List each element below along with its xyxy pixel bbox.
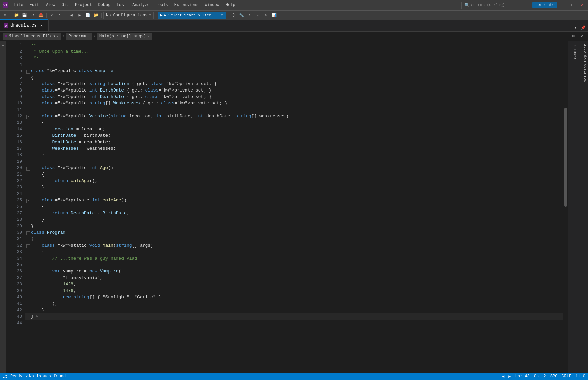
toolbar-step-over[interactable]: ↷ [246,12,254,19]
menu-help[interactable]: Help [223,1,238,9]
collapse-btn-20[interactable]: - [26,167,30,171]
toolbar-save-all[interactable]: 🗂 [29,12,36,19]
tab-dracula-cs[interactable]: C# dracula.cs ✕ [0,19,49,31]
collapse-btn-32[interactable]: - [26,244,30,248]
code-line-42: } [25,307,564,313]
nav-context2[interactable]: Program ▾ [66,33,92,40]
code-line-39: 1476, [25,287,564,294]
toolbar-perf[interactable]: 📊 [271,12,278,19]
code-editor[interactable]: 1234567891011121314151617181920212223242… [6,41,568,373]
collapse-btn-5[interactable]: - [26,70,30,74]
line-num-39: 39 [9,287,22,294]
menu-analyze[interactable]: Analyze [130,1,152,9]
toolbar-new-project[interactable]: ⊕ [1,12,9,19]
status-col[interactable]: Ch: 2 [534,374,546,379]
status-nav-left[interactable]: ◀ [502,374,504,379]
toolbar-open[interactable]: 📁 [13,12,20,19]
context1-label: Miscellaneous Files [9,34,55,39]
toolbar-debug-icons[interactable]: 🔧 [238,12,245,19]
code-line-6: { [25,74,564,81]
menu-view[interactable]: View [43,1,58,9]
toolbar-save[interactable]: 💾 [21,12,28,19]
menu-tools[interactable]: Tools [153,1,171,9]
code-line-2: * Once upon a time... [25,48,564,55]
minimize-btn[interactable]: ─ [560,1,568,9]
nav-close-btn[interactable]: ✕ [578,33,585,40]
toolbar-nav-folder[interactable]: 📂 [92,12,100,19]
status-ready[interactable]: Ready [10,374,22,379]
status-spaces[interactable]: SPC [550,374,558,379]
tab-bar: C# dracula.cs ✕ ▾ 📌 [0,20,588,32]
toolbar-publish[interactable]: 📤 [37,12,45,19]
tab-label-dracula: dracula.cs [10,23,37,28]
collapse-btn-25[interactable]: - [26,199,30,203]
svg-text:C#: C# [5,24,7,27]
collapse-btn-30[interactable]: - [26,231,30,235]
nav-context3[interactable]: Main(string[] args) ▾ [97,33,152,40]
code-line-12: - class="kw">public Vampire(string locat… [25,113,564,119]
scrollbar-thumb[interactable] [564,108,567,207]
line-num-12: 12 [9,113,22,119]
toolbar-sep-5 [156,13,156,18]
code-line-9: class="kw">public int DeathDate { get; c… [25,94,564,100]
code-line-29: } [25,223,564,229]
line-num-40: 40 [9,294,22,300]
status-line-ending[interactable]: CRLF [561,374,571,379]
tab-close-dracula[interactable]: ✕ [39,23,44,28]
line-ending-label: CRLF [561,374,571,379]
code-line-17: Weaknesses = weaknesses; [25,145,564,152]
toolbar-nav-file[interactable]: 📄 [84,12,92,19]
context1-icon: ■ [5,34,7,38]
toolbar-redo[interactable]: ↪ [56,12,64,19]
toolbar-forward[interactable]: ▶ [76,12,83,19]
line-num-15: 15 [9,132,22,139]
code-line-30: -class Program [25,229,564,236]
line-num-2: 2 [9,48,22,55]
tab-list-btn[interactable]: ▾ [572,24,579,31]
toolbar-undo[interactable]: ↩ [48,12,56,19]
menu-file[interactable]: File [11,1,26,9]
menu-window[interactable]: Window [202,1,222,9]
code-line-34: // ...there was a guy named Vlad [25,255,564,262]
status-git[interactable]: ⎇ [3,374,7,379]
collapse-btn-12[interactable]: - [26,115,30,119]
status-nav-right[interactable]: ▶ [508,374,511,379]
toolbar-breakpoints[interactable]: ⬡ [230,12,237,19]
toolbar-step-out[interactable]: ↟ [262,12,270,19]
menu-edit[interactable]: Edit [27,1,42,9]
tab-pin-btn[interactable]: 📌 [579,24,587,31]
config-dropdown[interactable]: No Configurations ▾ [103,12,154,19]
line-num-27: 27 [9,210,22,216]
menu-debug[interactable]: Debug [95,1,113,9]
status-issues[interactable]: ✓ No issues found [25,374,66,379]
code-line-27: return DeathDate - BirthDate; [25,210,564,216]
toolbar-sep-2 [46,13,47,18]
editor-scrollbar[interactable] [564,41,568,373]
run-button[interactable]: ▶ ▶ Select Startup Item... ▾ [158,12,226,19]
status-indicator[interactable]: 11 0 [575,374,585,379]
solution-explorer-label[interactable]: Solution Explorer [583,41,588,85]
status-position[interactable]: Ln: 43 [515,374,530,379]
menu-extensions[interactable]: Extensions [172,1,201,9]
nav-expand-btn[interactable]: ⊞ [570,33,577,40]
config-chevron: ▾ [149,13,151,18]
maximize-btn[interactable]: □ [569,1,576,9]
menu-project[interactable]: Project [72,1,95,9]
toolbar-back[interactable]: ◀ [68,12,75,19]
activity-icon-1[interactable]: ≡ [1,44,5,49]
code-lines[interactable]: /* * Once upon a time... */-class="kw">p… [25,41,564,373]
code-line-18: } [25,152,564,158]
search-panel-label[interactable]: Search [572,43,578,62]
code-line-4 [25,61,564,68]
line-num-9: 9 [9,94,22,100]
nav-context1[interactable]: ■ Miscellaneous Files ▾ [3,33,61,40]
toolbar-step-in[interactable]: ↡ [254,12,262,19]
search-icon: 🔍 [464,3,470,8]
code-line-13: { [25,119,564,126]
title-search-bar[interactable]: 🔍 Search (Ctrl+Q) [461,2,529,9]
close-btn[interactable]: ✕ [578,1,585,9]
line-num-7: 7 [9,81,22,87]
code-area[interactable]: 1234567891011121314151617181920212223242… [6,41,568,373]
menu-git[interactable]: Git [59,1,71,9]
menu-test[interactable]: Test [114,1,129,9]
